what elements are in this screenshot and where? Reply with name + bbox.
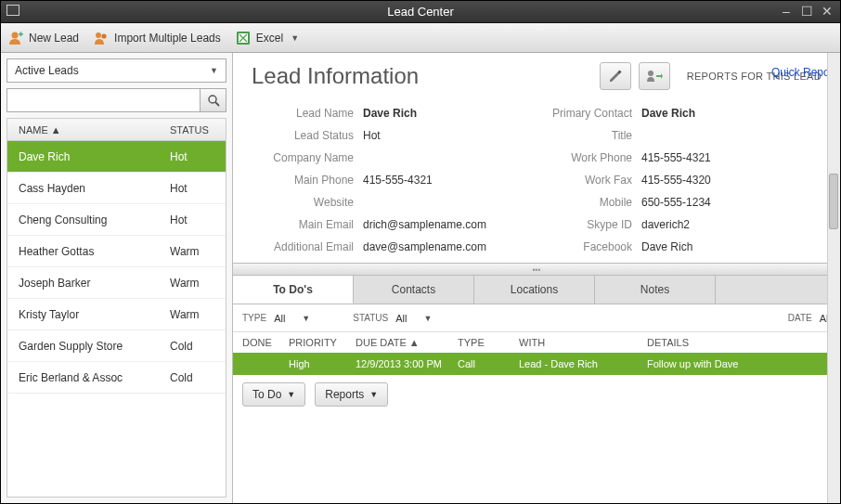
value-main-email: drich@samplename.com xyxy=(363,218,521,231)
label-skype-id: Skype ID xyxy=(530,218,632,231)
svg-point-10 xyxy=(648,71,653,76)
filter-date-label: DATE xyxy=(788,313,812,323)
lead-search-input[interactable] xyxy=(6,88,201,112)
lead-filter-dropdown[interactable]: Active Leads ▼ xyxy=(6,58,226,83)
col-priority[interactable]: PRIORITY xyxy=(283,337,350,348)
col-type[interactable]: TYPE xyxy=(452,337,513,348)
lead-row-name: Dave Rich xyxy=(7,150,170,163)
excel-label: Excel xyxy=(256,32,283,45)
window-title: Lead Center xyxy=(1,5,840,19)
lead-row-name: Eric Berland & Assoc xyxy=(7,371,170,384)
minimize-button[interactable]: – xyxy=(779,4,794,19)
label-facebook: Facebook xyxy=(530,240,632,253)
value-lead-status: Hot xyxy=(363,129,521,142)
lead-row[interactable]: Joseph BarkerWarm xyxy=(7,267,226,299)
col-with[interactable]: WITH xyxy=(513,337,641,348)
reports-menu-label: Reports xyxy=(325,388,364,401)
label-website: Website xyxy=(252,196,354,209)
value-work-phone: 415-555-4321 xyxy=(641,151,771,164)
lead-row[interactable]: Garden Supply StoreCold xyxy=(7,330,226,362)
excel-icon xyxy=(236,31,251,45)
todo-menu-label: To Do xyxy=(252,388,281,401)
horizontal-splitter[interactable]: ▪▪▪ xyxy=(233,263,840,276)
svg-point-3 xyxy=(96,32,101,38)
label-title: Title xyxy=(530,129,632,142)
value-skype-id: daverich2 xyxy=(641,218,771,231)
lead-row[interactable]: Cheng ConsultingHot xyxy=(7,204,226,236)
lead-row-name: Cass Hayden xyxy=(7,182,170,195)
import-leads-label: Import Multiple Leads xyxy=(114,32,221,45)
chevron-down-icon: ▼ xyxy=(302,314,310,323)
value-lead-name: Dave Rich xyxy=(363,107,521,120)
todo-row[interactable]: High12/9/2013 3:00 PMCallLead - Dave Ric… xyxy=(233,353,840,375)
person-add-icon xyxy=(8,31,23,45)
lead-row[interactable]: Eric Berland & AssocCold xyxy=(7,362,226,394)
vertical-scrollbar-track[interactable] xyxy=(827,53,840,503)
lead-list-table: NAME ▲ STATUS Dave RichHotCass HaydenHot… xyxy=(6,118,226,498)
tab-to-do-s[interactable]: To Do's xyxy=(233,276,354,304)
lead-row-status: Warm xyxy=(170,308,226,321)
svg-point-0 xyxy=(12,32,19,38)
new-lead-label: New Lead xyxy=(29,32,79,45)
value-website xyxy=(363,196,521,209)
tab-contacts[interactable]: Contacts xyxy=(354,276,474,304)
col-done[interactable]: DONE xyxy=(237,337,283,348)
lead-row[interactable]: Cass HaydenHot xyxy=(7,173,226,204)
search-button[interactable] xyxy=(201,88,226,112)
lead-row-status: Cold xyxy=(170,340,226,353)
lead-row-name: Garden Supply Store xyxy=(7,340,170,353)
label-work-fax: Work Fax xyxy=(530,174,632,187)
todo-menu-button[interactable]: To Do ▼ xyxy=(242,382,305,407)
label-additional-email: Additional Email xyxy=(252,240,354,253)
label-main-email: Main Email xyxy=(252,218,354,231)
value-primary-contact: Dave Rich xyxy=(641,107,771,120)
tab-locations[interactable]: Locations xyxy=(474,276,595,304)
filter-type-dropdown[interactable]: All ▼ xyxy=(274,313,310,324)
tab-notes[interactable]: Notes xyxy=(595,276,716,304)
value-main-phone: 415-555-4321 xyxy=(363,174,521,187)
filter-status-dropdown[interactable]: All ▼ xyxy=(395,313,432,324)
convert-button[interactable] xyxy=(639,62,670,90)
page-title: Lead Information xyxy=(252,63,592,89)
lead-row[interactable]: Dave RichHot xyxy=(7,141,226,173)
col-details[interactable]: DETAILS xyxy=(641,337,836,348)
lead-row-status: Cold xyxy=(170,371,226,384)
label-lead-name: Lead Name xyxy=(252,107,354,120)
chevron-down-icon: ▼ xyxy=(291,33,299,43)
lead-row-name: Kristy Taylor xyxy=(7,308,170,321)
vertical-scrollbar-thumb[interactable] xyxy=(829,174,838,229)
svg-point-7 xyxy=(209,96,216,103)
label-mobile: Mobile xyxy=(530,196,632,209)
value-work-fax: 415-555-4320 xyxy=(641,174,771,187)
svg-point-4 xyxy=(101,33,106,38)
lead-row-status: Warm xyxy=(170,245,226,258)
new-lead-button[interactable]: New Lead xyxy=(8,31,79,45)
excel-button[interactable]: Excel ▼ xyxy=(236,31,299,45)
lead-row[interactable]: Kristy TaylorWarm xyxy=(7,299,226,330)
col-header-name[interactable]: NAME ▲ xyxy=(7,124,170,136)
filter-status-value: All xyxy=(395,313,407,324)
edit-button[interactable] xyxy=(600,62,631,90)
chevron-down-icon: ▼ xyxy=(423,314,432,323)
todo-cell-priority: High xyxy=(283,358,350,369)
maximize-button[interactable]: ☐ xyxy=(799,4,814,19)
value-additional-email: dave@samplename.com xyxy=(363,240,521,253)
search-icon xyxy=(207,94,220,107)
col-due-date[interactable]: DUE DATE ▲ xyxy=(350,337,452,348)
col-header-status[interactable]: STATUS xyxy=(170,124,226,136)
label-lead-status: Lead Status xyxy=(252,129,354,142)
todo-cell-type: Call xyxy=(452,358,513,369)
value-company-name xyxy=(363,151,521,164)
lead-row[interactable]: Heather GottasWarm xyxy=(7,236,226,267)
lead-row-name: Joseph Barker xyxy=(7,277,170,290)
people-convert-icon xyxy=(646,69,663,84)
value-mobile: 650-555-1234 xyxy=(641,196,771,209)
filter-type-label: TYPE xyxy=(242,313,266,323)
chevron-down-icon: ▼ xyxy=(210,66,218,75)
svg-line-8 xyxy=(215,102,219,106)
reports-menu-button[interactable]: Reports ▼ xyxy=(315,382,388,407)
lead-row-name: Cheng Consulting xyxy=(7,213,170,226)
filter-status-label: STATUS xyxy=(353,313,388,323)
close-button[interactable]: ✕ xyxy=(820,4,835,19)
import-leads-button[interactable]: Import Multiple Leads xyxy=(94,31,221,45)
